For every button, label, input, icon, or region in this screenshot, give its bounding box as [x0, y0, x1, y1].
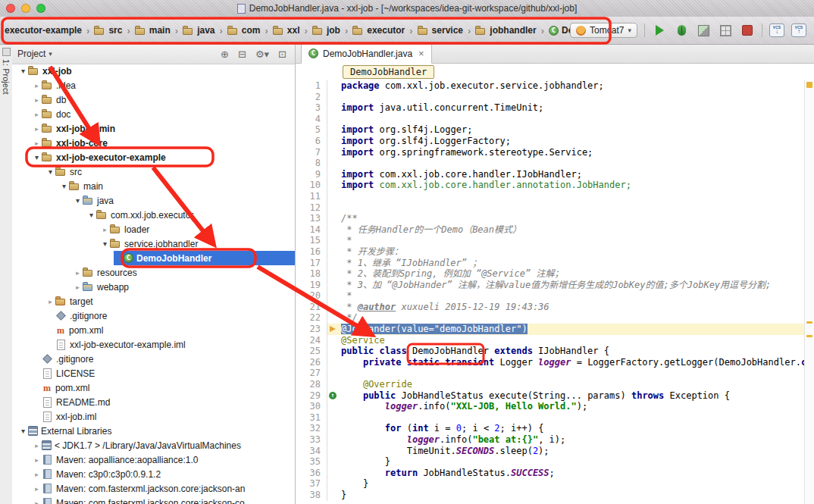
code-line-9[interactable]: 9import com.xxl.job.core.handler.IJobHan… — [296, 169, 805, 180]
tree-item-jdk1-7-library-java-javavirtualmachines[interactable]: ▸< JDK1.7 > /Library/Java/JavaVirtualMac… — [12, 438, 295, 452]
code-line-36[interactable]: 36 return JobHandleStatus.SUCCESS; — [296, 468, 805, 479]
code-line-1[interactable]: 1package com.xxl.job.executor.service.jo… — [296, 80, 805, 92]
breadcrumb-item-java[interactable]: java — [180, 23, 217, 37]
code-line-text[interactable]: import com.xxl.job.core.handler.annotati… — [340, 180, 805, 191]
code-line-text[interactable]: import org.slf4j.LoggerFactory; — [340, 136, 805, 147]
chevron-down-icon[interactable]: ▾ — [59, 182, 69, 190]
code-line-4[interactable]: 4 — [296, 114, 805, 125]
chevron-right-icon[interactable]: ▸ — [45, 298, 55, 305]
code-line-text[interactable]: */ — [340, 312, 805, 324]
chevron-down-icon[interactable]: ▾ — [45, 167, 55, 176]
breadcrumb-item-executor[interactable]: executor — [350, 23, 407, 37]
code-editor[interactable]: 1package com.xxl.job.executor.service.jo… — [296, 80, 805, 504]
tree-item-xxl-job-iml[interactable]: xxl-job.iml — [12, 409, 295, 424]
code-line-32[interactable]: 32 for (int i = 0; i < 2; i++) { — [296, 423, 805, 434]
tree-item-xxl-job-core[interactable]: ▸xxl-job-core — [12, 136, 295, 150]
tree-item-maven-c3p0-c3p0-0-9-1-2[interactable]: ▸Maven: c3p0:c3p0:0.9.1.2 — [12, 467, 295, 481]
code-line-5[interactable]: 5import org.slf4j.Logger; — [296, 124, 805, 136]
code-line-text[interactable]: * 开发步骤： — [340, 246, 805, 258]
tree-item-db[interactable]: ▸db — [12, 92, 295, 107]
code-line-37[interactable]: 37 } — [296, 478, 805, 490]
tree-item-maven-com-fasterxml-jackson-core-jackson-co[interactable]: ▸Maven: com.fasterxml.jackson.core:jacks… — [12, 496, 295, 504]
code-line-3[interactable]: 3import java.util.concurrent.TimeUnit; — [296, 102, 805, 114]
code-line-text[interactable]: package com.xxl.job.executor.service.job… — [340, 80, 805, 92]
code-line-16[interactable]: 16 * 开发步骤： — [296, 246, 805, 258]
breadcrumb-item-executor-example[interactable]: executor-example — [2, 23, 84, 37]
tree-item-resources[interactable]: ▸resources — [12, 265, 295, 280]
code-line-31[interactable]: 31 — [296, 412, 805, 424]
tree-item-webapp[interactable]: ▸webapp — [12, 280, 295, 294]
chevron-right-icon[interactable]: ▸ — [32, 111, 42, 118]
scroll-from-source-button[interactable]: ⊕ — [218, 49, 232, 60]
breadcrumb-item-jobhandler[interactable]: jobhandler — [473, 23, 538, 37]
breadcrumb-item-job[interactable]: job — [310, 23, 343, 37]
breadcrumb-item-service[interactable]: service — [415, 23, 465, 37]
code-line-text[interactable]: * 任务Handler的一个Demo（Bean模式） — [340, 224, 805, 236]
code-line-35[interactable]: 35 } — [296, 456, 805, 468]
code-line-text[interactable]: * — [340, 235, 805, 246]
chevron-right-icon[interactable]: ▸ — [100, 226, 110, 233]
project-panel-title[interactable]: Project — [17, 49, 45, 59]
chevron-down-icon[interactable]: ▾ — [100, 239, 110, 248]
code-line-text[interactable]: logger.info("XXL-JOB, Hello World."); — [340, 401, 805, 412]
code-line-33[interactable]: 33 logger.info("beat at:{}", i); — [296, 434, 805, 446]
coverage-button[interactable] — [696, 23, 711, 38]
code-line-text[interactable]: * 2、装配到Spring, 例如加 “@Service” 注解； — [340, 268, 805, 280]
tree-item-gitignore[interactable]: .gitignore — [12, 352, 295, 366]
code-line-14[interactable]: 14 * 任务Handler的一个Demo（Bean模式） — [296, 224, 805, 236]
tree-item-xxl-job-executor-example-iml[interactable]: xxl-job-executor-example.iml — [12, 337, 295, 352]
chevron-right-icon[interactable]: ▸ — [73, 283, 83, 291]
code-line-text[interactable] — [340, 368, 805, 379]
chevron-right-icon[interactable]: ▸ — [32, 442, 42, 449]
error-stripe[interactable] — [804, 80, 814, 504]
minimize-window-button[interactable] — [21, 4, 30, 13]
chevron-down-icon[interactable]: ▾ — [18, 67, 28, 75]
tree-item-demojobhandler[interactable]: DemoJobHandler — [12, 251, 295, 265]
tree-item-loader[interactable]: ▸loader — [12, 222, 295, 236]
code-line-text[interactable]: private static transient Logger logger =… — [340, 357, 805, 368]
tree-item-maven-com-fasterxml-jackson-core-jackson-an[interactable]: ▸Maven: com.fasterxml.jackson.core:jacks… — [12, 481, 295, 496]
code-line-text[interactable] — [340, 158, 805, 169]
code-line-text[interactable] — [340, 191, 805, 202]
tab-demojobhandler-java[interactable]: DemoJobHandler.java × — [301, 44, 432, 64]
code-line-18[interactable]: 18 * 2、装配到Spring, 例如加 “@Service” 注解； — [296, 268, 805, 280]
code-line-text[interactable]: @Service — [340, 335, 805, 346]
code-line-text[interactable] — [340, 202, 805, 214]
dashboard-button[interactable] — [718, 23, 733, 38]
tree-item-xxl-job-admin[interactable]: ▸xxl-job-admin — [12, 121, 295, 136]
code-line-25[interactable]: 25public class DemoJobHandler extends IJ… — [296, 346, 805, 357]
chevron-down-icon[interactable]: ▾ — [73, 196, 83, 205]
close-tab-icon[interactable]: × — [418, 48, 424, 59]
breadcrumb-item-demojobhandler[interactable]: DemoJobHandler — [546, 23, 570, 37]
code-line-22[interactable]: 22 */ — [296, 312, 805, 324]
code-line-text[interactable]: import org.springframework.stereotype.Se… — [340, 147, 805, 158]
code-line-26[interactable]: 26 private static transient Logger logge… — [296, 357, 805, 368]
tree-item-readme-md[interactable]: README.md — [12, 395, 295, 409]
code-line-text[interactable]: @Override — [340, 379, 805, 390]
tree-item-maven-aopalliance-aopalliance-1-0[interactable]: ▸Maven: aopalliance:aopalliance:1.0 — [12, 452, 295, 467]
chevron-right-icon[interactable]: ▸ — [32, 82, 42, 89]
code-line-21[interactable]: 21 * @author xuxueli 2015-12-19 19:43:36 — [296, 302, 805, 313]
chevron-right-icon[interactable]: ▸ — [73, 269, 83, 277]
collapse-all-button[interactable]: ⊟ — [235, 49, 249, 60]
tree-item-pom-xml[interactable]: pom.xml — [12, 323, 295, 337]
breadcrumb-item-xxl[interactable]: xxl — [271, 23, 302, 37]
chevron-down-icon[interactable]: ▾ — [86, 211, 96, 219]
code-line-2[interactable]: 2 — [296, 92, 805, 103]
code-line-text[interactable]: return JobHandleStatus.SUCCESS; — [340, 468, 805, 479]
breadcrumb-item-com[interactable]: com — [225, 23, 263, 37]
stop-button[interactable] — [740, 23, 755, 38]
chevron-down-icon[interactable]: ▾ — [18, 427, 28, 435]
vcs-update-button[interactable]: VCS ↓ — [769, 23, 784, 37]
code-line-text[interactable]: * 3、加 “@JobHander” 注解，注解value值为新增任务生成的Jo… — [340, 280, 805, 291]
chevron-right-icon[interactable]: ▸ — [32, 485, 42, 493]
code-line-6[interactable]: 6import org.slf4j.LoggerFactory; — [296, 136, 805, 147]
breadcrumb-item-main[interactable]: main — [133, 23, 173, 37]
tree-item-java[interactable]: ▾java — [12, 193, 295, 208]
code-line-text[interactable]: import org.slf4j.Logger; — [340, 124, 805, 136]
tree-item-src[interactable]: ▾src — [12, 164, 295, 179]
code-line-20[interactable]: 20 * — [296, 290, 805, 302]
code-line-text[interactable]: } — [340, 490, 805, 501]
code-line-text[interactable] — [340, 412, 805, 424]
settings-gear-icon[interactable]: ⚙▾ — [252, 49, 272, 60]
